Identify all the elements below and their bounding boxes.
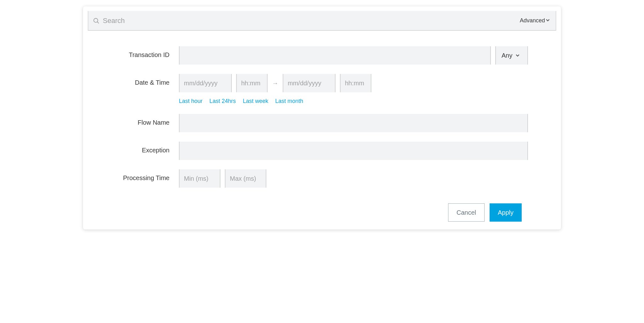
quick-link-last-hour[interactable]: Last hour <box>179 98 203 105</box>
search-bar: Advanced <box>88 11 556 31</box>
flow-name-label: Flow Name <box>107 114 179 126</box>
advanced-toggle[interactable]: Advanced <box>520 17 550 24</box>
search-icon <box>93 17 100 24</box>
chevron-down-icon <box>515 52 520 59</box>
quick-link-last-week[interactable]: Last week <box>243 98 268 105</box>
select-value: Any <box>502 52 512 59</box>
processing-time-max-input[interactable] <box>225 169 266 188</box>
filter-form: Transaction ID Any Date & Time <box>88 31 556 222</box>
exception-input[interactable] <box>179 142 528 160</box>
svg-point-0 <box>94 18 98 22</box>
exception-label: Exception <box>107 142 179 154</box>
arrow-right-icon: → <box>272 80 278 87</box>
time-to-input[interactable] <box>340 74 371 92</box>
chevron-down-icon <box>546 17 550 24</box>
apply-button[interactable]: Apply <box>490 203 522 222</box>
processing-time-label: Processing Time <box>107 169 179 182</box>
processing-time-min-input[interactable] <box>179 169 220 188</box>
time-from-input[interactable] <box>236 74 268 92</box>
quick-link-last-24hrs[interactable]: Last 24hrs <box>209 98 236 105</box>
date-from-input[interactable] <box>179 74 232 92</box>
form-actions: Cancel Apply <box>107 197 528 222</box>
date-to-input[interactable] <box>283 74 336 92</box>
transaction-id-input[interactable] <box>179 46 491 65</box>
cancel-button[interactable]: Cancel <box>448 203 485 222</box>
filter-card: Advanced Transaction ID Any <box>83 6 561 230</box>
search-input[interactable] <box>100 17 520 25</box>
date-time-label: Date & Time <box>107 74 179 86</box>
quick-link-last-month[interactable]: Last month <box>275 98 303 105</box>
flow-name-input[interactable] <box>179 114 528 132</box>
date-quick-links: Last hour Last 24hrs Last week Last mont… <box>179 98 528 105</box>
transaction-id-match-select[interactable]: Any <box>495 46 528 65</box>
advanced-label: Advanced <box>520 17 545 24</box>
svg-line-1 <box>97 22 99 23</box>
transaction-id-label: Transaction ID <box>107 46 179 59</box>
